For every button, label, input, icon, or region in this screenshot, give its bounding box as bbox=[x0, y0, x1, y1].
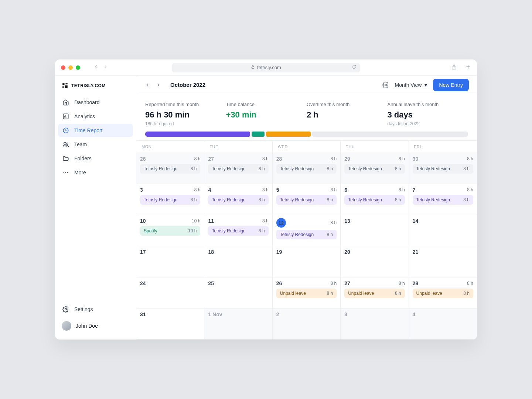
settings-button[interactable] bbox=[382, 82, 389, 88]
calendar-cell[interactable]: 288 hTetrisly Redesign8 h bbox=[273, 153, 341, 184]
refresh-icon[interactable] bbox=[352, 65, 356, 70]
sidebar: TETRISLY.COM Dashboard Analytics Time Re… bbox=[55, 76, 136, 340]
calendar-cell[interactable]: 288 hUnpaid leave8 h bbox=[409, 277, 477, 308]
cell-date: 27 bbox=[208, 156, 214, 162]
time-entry[interactable]: Tetrisly Redesign8 h bbox=[276, 164, 337, 174]
sidebar-item-analytics[interactable]: Analytics bbox=[58, 110, 133, 123]
calendar-cell[interactable]: 2 bbox=[273, 308, 341, 340]
calendar-cell[interactable]: 21 bbox=[409, 246, 477, 277]
cell-head: 2 bbox=[276, 311, 337, 317]
calendar-cell[interactable]: 268 hUnpaid leave8 h bbox=[273, 277, 341, 308]
time-entry[interactable]: Tetrisly Redesign8 h bbox=[413, 195, 473, 205]
entry-name: Tetrisly Redesign bbox=[280, 232, 314, 237]
time-entry[interactable]: Tetrisly Redesign8 h bbox=[344, 164, 405, 174]
calendar-cell[interactable]: 1010 hSpotify10 h bbox=[136, 215, 204, 246]
cell-date: 19 bbox=[276, 249, 282, 255]
calendar-cell[interactable]: 48 hTetrisly Redesign8 h bbox=[204, 184, 272, 215]
time-entry[interactable]: Tetrisly Redesign8 h bbox=[140, 195, 200, 205]
calendar-cell[interactable]: 68 hTetrisly Redesign8 h bbox=[341, 184, 409, 215]
calendar-cell[interactable]: 278 hUnpaid leave8 h bbox=[341, 277, 409, 308]
brand[interactable]: TETRISLY.COM bbox=[58, 81, 133, 96]
time-entry[interactable]: Tetrisly Redesign8 h bbox=[140, 164, 200, 174]
view-select[interactable]: Month View ▾ bbox=[395, 82, 427, 88]
cell-hours: 8 h bbox=[467, 156, 473, 161]
calendar-cell[interactable]: 13 bbox=[341, 215, 409, 246]
calendar-cell[interactable]: 38 hTetrisly Redesign8 h bbox=[136, 184, 204, 215]
cell-head: 19 bbox=[276, 249, 337, 255]
calendar-cell[interactable]: 25 bbox=[204, 277, 272, 308]
stat-card: Time balance+30 min bbox=[226, 102, 307, 126]
time-entry[interactable]: Tetrisly Redesign8 h bbox=[276, 195, 337, 205]
time-entry[interactable]: Unpaid leave8 h bbox=[276, 289, 337, 298]
entry-name: Unpaid leave bbox=[280, 291, 306, 296]
calendar-cell[interactable]: 1 Nov bbox=[204, 308, 272, 340]
stat-value: 3 days bbox=[388, 110, 468, 120]
entry-hours: 8 h bbox=[327, 197, 333, 202]
progress-segment bbox=[312, 132, 468, 137]
time-entry[interactable]: Tetrisly Redesign8 h bbox=[344, 195, 405, 205]
stats-row: Reported time this month96 h 30 min186 h… bbox=[136, 94, 477, 132]
calendar-cell[interactable]: 58 hTetrisly Redesign8 h bbox=[273, 184, 341, 215]
calendar-cell[interactable]: 17 bbox=[136, 246, 204, 277]
calendar-cell[interactable]: 24 bbox=[136, 277, 204, 308]
calendar-cell[interactable]: 298 hTetrisly Redesign8 h bbox=[341, 153, 409, 184]
calendar-cell[interactable]: 118 hTetrisly Redesign8 h bbox=[204, 215, 272, 246]
cell-date: 3 bbox=[344, 311, 347, 317]
more-icon bbox=[62, 169, 69, 176]
new-tab-icon[interactable] bbox=[465, 64, 471, 71]
calendar-cell[interactable]: 278 hTetrisly Redesign8 h bbox=[204, 153, 272, 184]
time-entry[interactable]: Tetrisly Redesign8 h bbox=[208, 164, 268, 174]
address-bar[interactable]: tetrisly.com bbox=[172, 63, 360, 72]
cell-date: 14 bbox=[413, 218, 419, 224]
calendar-cell[interactable]: 18 bbox=[204, 246, 272, 277]
calendar-cell[interactable]: 78 hTetrisly Redesign8 h bbox=[409, 184, 477, 215]
new-entry-button[interactable]: New Entry bbox=[433, 79, 469, 91]
close-window[interactable] bbox=[61, 65, 65, 70]
sidebar-item-dashboard[interactable]: Dashboard bbox=[58, 96, 133, 109]
svg-point-13 bbox=[64, 142, 66, 144]
time-entry[interactable]: Unpaid leave8 h bbox=[413, 289, 473, 298]
entry-hours: 8 h bbox=[259, 228, 265, 233]
time-entry[interactable]: Unpaid leave8 h bbox=[344, 289, 405, 298]
calendar-cell[interactable]: 3 bbox=[341, 308, 409, 340]
calendar-cell[interactable]: 268 hTetrisly Redesign8 h bbox=[136, 153, 204, 184]
cell-head: 268 h bbox=[276, 280, 337, 286]
sidebar-item-time-report[interactable]: Time Report bbox=[58, 124, 133, 137]
time-entry[interactable]: Tetrisly Redesign8 h bbox=[208, 195, 268, 205]
calendar-cell[interactable]: 308 hTetrisly Redesign8 h bbox=[409, 153, 477, 184]
svg-rect-4 bbox=[62, 83, 64, 85]
progress-segment bbox=[266, 132, 311, 137]
prev-period-button[interactable] bbox=[144, 82, 150, 88]
cell-date: 13 bbox=[344, 218, 350, 224]
cell-date: 17 bbox=[140, 249, 146, 255]
app-window: tetrisly.com TETRISLY.COM Dashboard Anal… bbox=[55, 59, 477, 340]
share-icon[interactable] bbox=[451, 64, 457, 71]
calendar-cell[interactable]: 14 bbox=[409, 215, 477, 246]
sidebar-item-more[interactable]: More bbox=[58, 166, 133, 179]
sidebar-user[interactable]: John Doe bbox=[58, 317, 133, 334]
entry-name: Tetrisly Redesign bbox=[280, 166, 314, 171]
next-period-button[interactable] bbox=[156, 82, 161, 88]
time-entry[interactable]: Tetrisly Redesign8 h bbox=[413, 164, 473, 174]
calendar-cell[interactable]: 31 bbox=[136, 308, 204, 340]
time-entry[interactable]: Tetrisly Redesign8 h bbox=[208, 226, 268, 236]
calendar-cell[interactable]: 4 bbox=[409, 308, 477, 340]
time-entry[interactable]: Tetrisly Redesign8 h bbox=[276, 230, 337, 239]
home-icon bbox=[62, 99, 69, 106]
forward-icon[interactable] bbox=[103, 64, 108, 71]
stat-label: Time balance bbox=[226, 102, 307, 107]
sidebar-item-team[interactable]: Team bbox=[58, 138, 133, 151]
cell-date: 29 bbox=[344, 156, 350, 162]
sidebar-item-folders[interactable]: Folders bbox=[58, 152, 133, 165]
entry-hours: 8 h bbox=[395, 197, 401, 202]
sidebar-item-settings[interactable]: Settings bbox=[58, 303, 133, 316]
minimize-window[interactable] bbox=[68, 65, 73, 70]
calendar-cell[interactable]: 19 bbox=[273, 246, 341, 277]
time-entry[interactable]: Spotify10 h bbox=[140, 226, 200, 236]
calendar-cell[interactable]: 128 hTetrisly Redesign8 h bbox=[273, 215, 341, 246]
maximize-window[interactable] bbox=[76, 65, 80, 70]
back-icon[interactable] bbox=[93, 64, 99, 71]
cell-head: 68 h bbox=[344, 187, 405, 193]
calendar-cell[interactable]: 20 bbox=[341, 246, 409, 277]
cell-date: 28 bbox=[413, 280, 419, 286]
